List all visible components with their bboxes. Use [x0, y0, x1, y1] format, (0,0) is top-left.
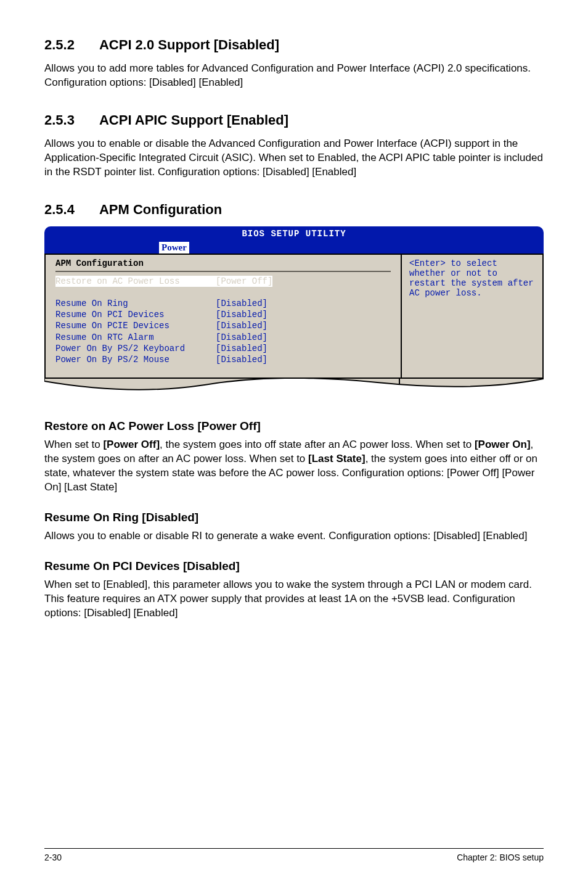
bios-row: Resume On RTC Alarm[Disabled]: [55, 332, 391, 343]
section-number: 2.5.2: [44, 37, 75, 53]
section-body-253: Allows you to enable or disable the Adva…: [44, 137, 544, 179]
section-number: 2.5.3: [44, 112, 75, 128]
bios-row-label: [55, 287, 216, 298]
bios-row-value: [Disabled]: [216, 298, 267, 309]
bios-row-label: Restore on AC Power Loss: [55, 276, 216, 287]
bios-body: APM Configuration Restore on AC Power Lo…: [44, 254, 544, 379]
subbody-resume-pci: When set to [Enabled], this parameter al…: [44, 578, 544, 621]
page-number: 2-30: [44, 852, 62, 862]
bios-header: BIOS SETUP UTILITY Power: [44, 226, 544, 254]
bold-power-on: [Power On]: [475, 439, 531, 450]
bios-row-label: Power On By PS/2 Keyboard: [55, 343, 216, 354]
section-title: ACPI APIC Support [Enabled]: [99, 112, 288, 128]
bios-row-value: [Disabled]: [216, 309, 267, 320]
section-title: APM Configuration: [99, 202, 222, 218]
bios-row: Power On By PS/2 Mouse[Disabled]: [55, 354, 391, 365]
bios-row-value: [Power Off]: [216, 276, 272, 287]
subheading-resume-ring: Resume On Ring [Disabled]: [44, 511, 544, 524]
bios-row-label: Resume On Ring: [55, 298, 216, 309]
bios-row: Resume On Ring[Disabled]: [55, 298, 391, 309]
section-body-252: Allows you to add more tables for Advanc…: [44, 62, 544, 90]
bios-help-text: <Enter> to select whether or not to rest…: [409, 258, 536, 298]
bios-row-label: Resume On RTC Alarm: [55, 332, 216, 343]
bios-row: Resume On PCI Devices[Disabled]: [55, 309, 391, 320]
bios-row-value: [Disabled]: [216, 354, 267, 365]
bios-row: Restore on AC Power Loss[Power Off]: [55, 276, 391, 287]
subbody-resume-ring: Allows you to enable or disable RI to ge…: [44, 529, 544, 543]
chapter-label: Chapter 2: BIOS setup: [457, 852, 544, 862]
section-number: 2.5.4: [44, 202, 75, 218]
bios-row-label: Power On By PS/2 Mouse: [55, 354, 216, 365]
subheading-restore-ac: Restore on AC Power Loss [Power Off]: [44, 419, 544, 433]
section-heading-254: 2.5.4 APM Configuration: [44, 202, 544, 218]
bios-bottom-curve: [44, 379, 544, 395]
bios-tab-power: Power: [159, 242, 189, 254]
bios-header-title: BIOS SETUP UTILITY: [44, 229, 544, 239]
text-fragment: When set to: [44, 439, 103, 450]
bios-row: Resume On PCIE Devices[Disabled]: [55, 320, 391, 331]
bios-row: Power On By PS/2 Keyboard[Disabled]: [55, 343, 391, 354]
bios-row-value: [Disabled]: [216, 320, 267, 331]
subbody-restore-ac: When set to [Power Off], the system goes…: [44, 438, 544, 495]
bold-last-state: [Last State]: [308, 453, 365, 464]
bios-left-panel: APM Configuration Restore on AC Power Lo…: [44, 254, 401, 379]
bios-help-panel: <Enter> to select whether or not to rest…: [401, 254, 544, 379]
section-heading-253: 2.5.3 ACPI APIC Support [Enabled]: [44, 112, 544, 128]
bios-row-value: [Disabled]: [216, 332, 267, 343]
section-heading-252: 2.5.2 ACPI 2.0 Support [Disabled]: [44, 37, 544, 53]
subheading-resume-pci: Resume On PCI Devices [Disabled]: [44, 559, 544, 573]
bios-row: [55, 287, 391, 298]
bios-divider: [55, 271, 391, 272]
bios-row-label: Resume On PCIE Devices: [55, 320, 216, 331]
bios-row-label: Resume On PCI Devices: [55, 309, 216, 320]
bios-section-title: APM Configuration: [55, 258, 391, 268]
bios-row-value: [Disabled]: [216, 343, 267, 354]
bold-power-off: [Power Off]: [103, 439, 160, 450]
bios-screenshot: BIOS SETUP UTILITY Power APM Configurati…: [44, 226, 544, 395]
section-title: ACPI 2.0 Support [Disabled]: [99, 37, 279, 53]
text-fragment: , the system goes into off state after a…: [160, 439, 475, 450]
page-footer: 2-30 Chapter 2: BIOS setup: [44, 848, 544, 862]
